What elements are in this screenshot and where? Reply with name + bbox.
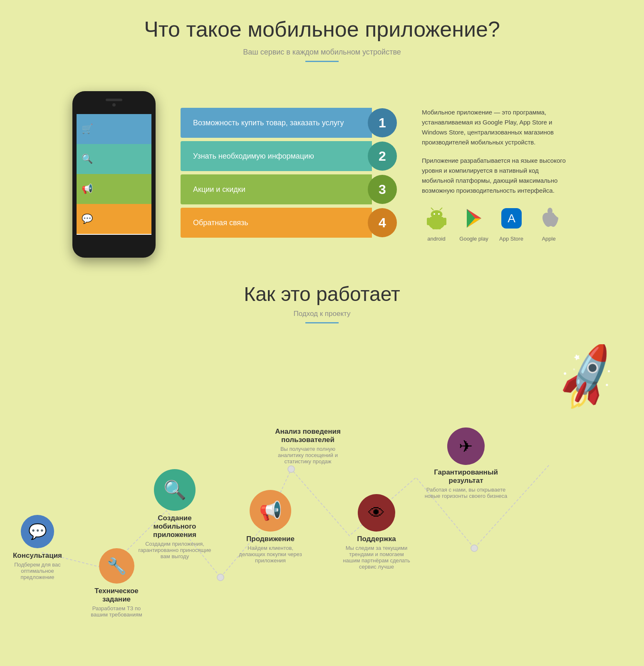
konsultaciya-circle: 💬 xyxy=(21,515,54,548)
phone-mockup: 🛒 🔍 📢 💬 xyxy=(72,91,156,258)
svg-point-3 xyxy=(433,213,435,215)
wf-node-analiz: Анализ поведения пользователей Вы получа… xyxy=(266,427,349,465)
svg-point-20 xyxy=(288,466,295,472)
podderzhka-title: Поддержка xyxy=(357,535,396,543)
garantiya-title: Гарантированный результат xyxy=(424,468,508,485)
phone-speaker xyxy=(106,99,122,101)
phone-row-2: 🔍 xyxy=(77,144,151,174)
store-icons: android Google play A xyxy=(422,204,572,242)
wf-node-prodvizhenie: 📢 Продвижение Найдем клиентов, делающих … xyxy=(237,490,304,564)
svg-point-2 xyxy=(431,210,442,219)
how-section: Как это работает Подход к проекту xyxy=(0,266,644,344)
feature-bar-3: Акции и скидки xyxy=(181,174,372,204)
feature-row-2: Узнать необходимую информацию 2 xyxy=(181,141,397,171)
feature-row-3: Акции и скидки 3 xyxy=(181,174,397,204)
google-play-label: Google play xyxy=(459,236,488,242)
phone-top-bar xyxy=(72,91,156,114)
phone-row-3: 📢 xyxy=(77,174,151,204)
google-play-icon xyxy=(459,204,488,233)
info-text-2: Приложение разрабатывается на языке высо… xyxy=(422,156,572,196)
phone-row-4: 💬 xyxy=(77,204,151,234)
workflow-diagram: 🚀 💬 Консультация Подберем для вас оптима… xyxy=(0,344,644,619)
sozdanie-title: Создание мобильного приложения xyxy=(137,514,212,539)
feature-label-4: Обратная связь xyxy=(193,219,248,227)
svg-rect-8 xyxy=(443,218,446,225)
phone-row-1: 🛒 xyxy=(77,114,151,144)
apple-label: Apple xyxy=(542,236,555,242)
store-app-store: A App Store xyxy=(497,204,526,242)
techzadanie-desc: Разработаем ТЗ по вашим требованиям xyxy=(83,605,150,618)
phone-icon-feedback: 💬 xyxy=(77,204,97,234)
app-store-icon: A xyxy=(497,204,526,233)
wf-node-podderzhka: 👁 Поддержка Мы следим за текущими тренда… xyxy=(341,494,412,570)
android-label: android xyxy=(427,236,445,242)
features-list: Возможность купить товар, заказать услуг… xyxy=(181,108,397,241)
svg-text:A: A xyxy=(508,212,515,225)
feature-bar-1: Возможность купить товар, заказать услуг… xyxy=(181,108,372,138)
info-text-1: Мобильное приложение — это программа, ус… xyxy=(422,107,572,147)
wf-node-garantiya: ✈ Гарантированный результат Работая с на… xyxy=(424,427,508,499)
subtitle: Ваш сервис в каждом мобильном устройстве xyxy=(8,48,636,57)
feature-number-4: 4 xyxy=(368,208,397,237)
how-divider xyxy=(305,322,339,323)
feature-number-1: 1 xyxy=(368,108,397,137)
apple-icon xyxy=(534,204,563,233)
feature-number-3: 3 xyxy=(368,175,397,204)
sozdanie-desc: Создадим приложения, гарантированно прин… xyxy=(137,541,212,559)
konsultaciya-title: Консультация xyxy=(13,552,62,560)
feature-label-3: Акции и скидки xyxy=(193,185,245,194)
phone-icon-cart: 🛒 xyxy=(77,114,97,144)
svg-line-6 xyxy=(440,208,442,210)
garantiya-circle: ✈ xyxy=(447,427,485,465)
svg-point-19 xyxy=(217,574,224,581)
prodvizhenie-title: Продвижение xyxy=(246,535,295,543)
sozdanie-circle: 🔍 xyxy=(154,469,196,511)
svg-point-4 xyxy=(438,213,440,215)
podderzhka-desc: Мы следим за текущими трендами и помогае… xyxy=(341,545,412,570)
main-title: Что такое мобильное приложение? xyxy=(8,17,636,42)
feature-number-2: 2 xyxy=(368,142,397,171)
store-google-play: Google play xyxy=(459,204,488,242)
phone-camera xyxy=(112,103,116,107)
analiz-desc: Вы получаете полную аналитику посещений … xyxy=(270,446,345,465)
prodvizhenie-desc: Найдем клиентов, делающих покупки через … xyxy=(237,545,304,564)
feature-label-2: Узнать необходимую информацию xyxy=(193,152,314,161)
phone-body: 🛒 🔍 📢 💬 xyxy=(72,91,156,258)
feature-row-4: Обратная связь 4 xyxy=(181,208,397,238)
phone-icon-search: 🔍 xyxy=(77,144,97,174)
svg-rect-10 xyxy=(438,225,441,229)
header-section: Что такое мобильное приложение? Ваш серв… xyxy=(0,0,644,83)
info-section: Мобильное приложение — это программа, ус… xyxy=(422,107,572,242)
svg-point-21 xyxy=(471,545,478,552)
features-section: 🛒 🔍 📢 💬 xyxy=(0,83,644,266)
garantiya-desc: Работая с нами, вы открываете новые гори… xyxy=(424,487,508,499)
app-store-label: App Store xyxy=(499,236,523,242)
store-apple: Apple xyxy=(534,204,563,242)
feature-bar-2: Узнать необходимую информацию xyxy=(181,141,372,171)
feature-label-1: Возможность купить товар, заказать услуг… xyxy=(193,119,344,127)
analiz-title: Анализ поведения пользователей xyxy=(266,427,349,444)
feature-bar-4: Обратная связь xyxy=(181,208,372,238)
techzadanie-circle: 🔧 xyxy=(99,548,134,584)
svg-line-5 xyxy=(431,208,433,210)
wf-node-konsultaciya: 💬 Консультация Подберем для вас оптималь… xyxy=(8,515,67,580)
techzadanie-title: Техническое задание xyxy=(83,587,150,604)
prodvizhenie-circle: 📢 xyxy=(250,490,291,532)
title-divider xyxy=(305,61,339,62)
svg-rect-9 xyxy=(432,225,435,229)
svg-point-17 xyxy=(547,208,552,214)
how-title: Как это работает xyxy=(8,283,636,306)
how-subtitle: Подход к проекту xyxy=(8,310,636,318)
podderzhka-circle: 👁 xyxy=(358,494,395,532)
store-android: android xyxy=(422,204,451,242)
konsultaciya-desc: Подберем для вас оптимальное предложение xyxy=(8,562,67,580)
feature-row-1: Возможность купить товар, заказать услуг… xyxy=(181,108,397,138)
phone-screen: 🛒 🔍 📢 💬 xyxy=(77,114,151,235)
svg-rect-7 xyxy=(427,218,430,225)
phone-icon-promo: 📢 xyxy=(77,174,97,204)
android-icon xyxy=(422,204,451,233)
wf-node-sozdanie: 🔍 Создание мобильного приложения Создади… xyxy=(137,469,212,559)
